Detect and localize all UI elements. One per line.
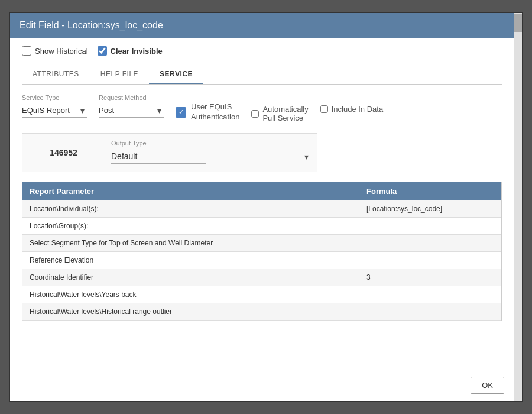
param-cell: Reference Elevation [22, 252, 359, 269]
formula-cell [359, 218, 501, 234]
include-data-group: Include In Data [320, 94, 383, 114]
auto-pull-label: AutomaticallyPull Service [262, 105, 308, 122]
param-cell: Location\Group(s): [22, 218, 359, 234]
formula-cell: 3 [359, 269, 501, 286]
service-type-select[interactable]: EQuIS Report REST WFS [22, 104, 87, 118]
output-type-select-wrapper: Default JSON XML CSV ▾ [111, 149, 311, 164]
service-type-group: Service Type EQuIS Report REST WFS ▾ [22, 94, 87, 118]
show-historical-checkbox[interactable] [22, 46, 31, 56]
scrollbar[interactable] [514, 13, 522, 401]
service-options-row: Service Type EQuIS Report REST WFS ▾ Req… [22, 94, 502, 122]
request-method-group: Request Method Post Get ▾ [99, 94, 164, 118]
table-row: Historical\Water levels\Historical range… [22, 303, 501, 321]
ok-button[interactable]: OK [471, 377, 504, 394]
tab-service[interactable]: SERVICE [149, 65, 203, 84]
include-data-label: Include In Data [332, 105, 383, 114]
user-auth-label: User EQuISAuthentication [191, 102, 239, 122]
output-type-arrow-icon: ▾ [304, 152, 309, 161]
auto-pull-group: AutomaticallyPull Service [251, 94, 308, 122]
param-cell: Location\Individual(s): [22, 200, 359, 217]
output-type-label: Output Type [111, 140, 311, 147]
table-row: Reference Elevation [22, 252, 501, 269]
col-header-report-parameter: Report Parameter [22, 182, 359, 200]
show-historical-label: Show Historical [35, 47, 88, 56]
formula-cell [359, 303, 501, 320]
output-type-select[interactable]: Default JSON XML CSV [111, 149, 206, 164]
tab-attributes[interactable]: ATTRIBUTES [22, 65, 90, 84]
param-cell: Historical\Water levels\Years back [22, 286, 359, 303]
param-cell: Select Segment Type for Top of Screen an… [22, 235, 359, 251]
table-row: Coordinate Identifier 3 [22, 269, 501, 286]
service-type-select-wrapper: EQuIS Report REST WFS ▾ [22, 104, 87, 118]
clear-invisible-group: Clear Invisible [98, 46, 163, 56]
output-type-group: Output Type Default JSON XML CSV ▾ [111, 140, 311, 164]
auto-pull-checkbox[interactable] [251, 110, 259, 118]
formula-cell [359, 252, 501, 269]
include-data-checkbox[interactable] [320, 105, 328, 113]
table-header-row: Report Parameter Formula [22, 182, 501, 200]
tab-help-file[interactable]: HELP FILE [90, 65, 149, 84]
formula-cell [359, 286, 501, 303]
scrollbar-thumb[interactable] [514, 14, 522, 32]
formula-cell [359, 235, 501, 251]
top-controls: Show Historical Clear Invisible [22, 46, 502, 56]
clear-invisible-label: Clear Invisible [111, 47, 163, 56]
param-cell: Coordinate Identifier [22, 269, 359, 286]
table-row: Location\Individual(s): [Location:sys_lo… [22, 200, 501, 218]
dialog-footer: OK [10, 372, 522, 401]
user-auth-group: ✓ User EQuISAuthentication [176, 94, 239, 122]
request-method-select-wrapper: Post Get ▾ [99, 104, 164, 118]
request-method-select[interactable]: Post Get [99, 104, 164, 118]
report-id: 146952 [28, 140, 99, 166]
param-cell: Historical\Water levels\Historical range… [22, 303, 359, 320]
formula-cell: [Location:sys_loc_code] [359, 200, 501, 217]
table-row: Select Segment Type for Top of Screen an… [22, 235, 501, 252]
output-row: 146952 Output Type Default JSON XML CSV … [22, 133, 317, 172]
user-auth-checkbox[interactable]: ✓ [176, 107, 186, 118]
dialog-title: Edit Field - Location:sys_loc_code [10, 13, 522, 38]
show-historical-group: Show Historical [22, 46, 88, 56]
table-row: Historical\Water levels\Years back [22, 286, 501, 303]
table-row: Location\Group(s): [22, 218, 501, 235]
tab-bar: ATTRIBUTES HELP FILE SERVICE [22, 65, 502, 85]
edit-field-dialog: Edit Field - Location:sys_loc_code Show … [9, 12, 523, 402]
service-type-label: Service Type [22, 94, 87, 101]
col-header-formula: Formula [359, 182, 501, 200]
dialog-body: Show Historical Clear Invisible ATTRIBUT… [10, 38, 514, 372]
request-method-label: Request Method [99, 94, 164, 101]
clear-invisible-checkbox[interactable] [98, 46, 107, 56]
report-parameters-table: Report Parameter Formula Location\Indivi… [22, 182, 502, 321]
